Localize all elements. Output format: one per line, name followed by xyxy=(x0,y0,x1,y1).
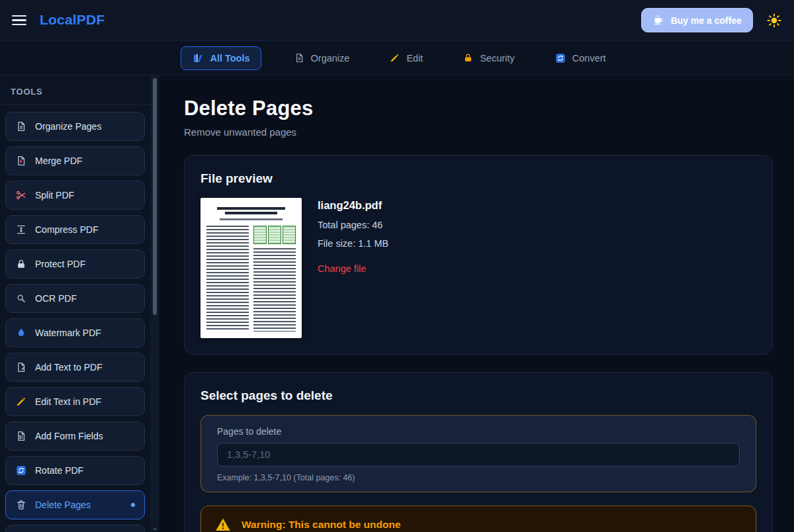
sidebar-item-label: Compress PDF xyxy=(35,224,135,235)
thumb-right-column xyxy=(253,226,296,332)
sidebar-item-add-form-fields[interactable]: Add Form Fields xyxy=(5,421,145,451)
sidebar-item-label: Edit Text in PDF xyxy=(35,396,135,407)
app-logo: LocalPDF xyxy=(40,12,105,28)
scrollbar-thumb[interactable] xyxy=(153,78,157,315)
page-title: Delete Pages xyxy=(184,97,773,120)
sidebar-items: Organize Pages Merge PDF xyxy=(0,105,150,532)
warning-icon xyxy=(214,516,232,532)
sidebar-item-add-text[interactable]: Add Text to PDF xyxy=(5,353,145,382)
books-icon xyxy=(192,52,204,64)
tab-all-tools[interactable]: All Tools xyxy=(181,46,261,70)
page-subtitle: Remove unwanted pages xyxy=(184,126,773,138)
file-preview-heading: File preview xyxy=(200,171,756,186)
document-icon xyxy=(294,52,305,64)
sidebar-item-delete-pages[interactable]: Delete Pages xyxy=(5,490,145,519)
thumb-title-line xyxy=(217,207,285,210)
rotate-icon xyxy=(15,465,27,476)
sidebar-item-edit-text[interactable]: Edit Text in PDF xyxy=(5,387,145,416)
sidebar-item-partial[interactable] xyxy=(5,525,145,532)
header: LocalPDF Buy me a coffee xyxy=(0,0,794,41)
pencil-icon xyxy=(15,396,27,408)
pages-helper-text: Example: 1,3,5-7,10 (Total pages: 46) xyxy=(217,473,740,482)
warning-row: Warning: This cannot be undone xyxy=(214,516,401,532)
pages-to-delete-input[interactable] xyxy=(217,443,740,466)
pages-field-label: Pages to delete xyxy=(217,426,740,437)
pencil-icon xyxy=(389,52,400,64)
tab-convert[interactable]: Convert xyxy=(547,46,613,70)
thumb-title-line xyxy=(225,212,277,214)
theme-toggle-button[interactable] xyxy=(766,13,782,28)
file-total-pages: Total pages: 46 xyxy=(318,220,388,230)
sidebar-item-label: Watermark PDF xyxy=(35,328,135,338)
file-size: File size: 1.1 MB xyxy=(318,238,388,249)
sidebar-item-label: OCR PDF xyxy=(35,293,135,304)
sidebar-item-label: Protect PDF xyxy=(35,259,135,269)
sidebar-item-label: Merge PDF xyxy=(35,155,135,166)
sidebar-item-label: Add Form Fields xyxy=(35,431,135,441)
thumb-figure xyxy=(253,226,296,244)
select-pages-heading: Select pages to delete xyxy=(200,388,756,403)
thumb-author-line xyxy=(220,218,283,220)
warning-text: Warning: This cannot be undone xyxy=(242,519,401,531)
sidebar-item-split-pdf[interactable]: Split PDF xyxy=(5,181,145,210)
sidebar-item-label: Split PDF xyxy=(35,190,135,200)
warning-banner: Warning: This cannot be undone xyxy=(200,506,756,532)
thumb-text-column xyxy=(206,226,249,332)
file-preview-card: File preview xyxy=(184,155,773,355)
tab-security[interactable]: Security xyxy=(455,46,521,69)
category-nav: All Tools Organize Edit xyxy=(0,41,794,75)
buy-coffee-button[interactable]: Buy me a coffee xyxy=(641,8,753,32)
app-window: LocalPDF Buy me a coffee xyxy=(0,0,794,532)
tab-label: Security xyxy=(480,53,514,64)
sidebar-item-rotate-pdf[interactable]: Rotate PDF xyxy=(5,456,145,485)
tab-organize[interactable]: Organize xyxy=(287,46,357,69)
coffee-cup-icon xyxy=(652,14,665,26)
sidebar-item-organize-pages[interactable]: Organize Pages xyxy=(5,112,145,141)
file-info: liang24b.pdf Total pages: 46 File size: … xyxy=(318,198,388,338)
sidebar-item-merge-pdf[interactable]: Merge PDF xyxy=(5,146,145,175)
scissors-icon xyxy=(15,189,27,201)
compress-icon xyxy=(15,224,27,236)
sidebar-scrollbar: ⌄ xyxy=(151,75,159,532)
main-content: Delete Pages Remove unwanted pages File … xyxy=(159,75,794,532)
body: TOOLS Organize Pages xyxy=(0,75,794,532)
tools-sidebar: TOOLS Organize Pages xyxy=(0,75,151,532)
sidebar-item-label: Add Text to PDF xyxy=(35,362,135,373)
menu-icon[interactable] xyxy=(11,10,28,31)
sidebar-title: TOOLS xyxy=(0,75,150,105)
add-text-icon xyxy=(15,361,27,373)
trash-icon xyxy=(15,499,27,511)
tab-label: Edit xyxy=(406,53,423,64)
select-pages-card: Select pages to delete Pages to delete E… xyxy=(184,372,773,532)
chevron-down-icon[interactable]: ⌄ xyxy=(151,524,159,531)
sidebar-item-label: Delete Pages xyxy=(35,500,123,510)
sidebar-item-watermark-pdf[interactable]: Watermark PDF xyxy=(5,318,145,347)
lock-icon xyxy=(15,258,27,270)
file-preview-row: liang24b.pdf Total pages: 46 File size: … xyxy=(200,198,756,338)
merge-icon xyxy=(15,155,27,167)
file-name: liang24b.pdf xyxy=(318,199,388,212)
sidebar-item-label: Rotate PDF xyxy=(35,465,135,476)
tab-label: Convert xyxy=(572,53,606,64)
header-left: LocalPDF xyxy=(11,10,105,31)
magnifier-icon xyxy=(15,292,27,304)
thumb-columns xyxy=(206,226,296,332)
pdf-thumbnail xyxy=(200,198,302,338)
thumb-text-column xyxy=(253,248,296,332)
form-fields-icon xyxy=(15,430,27,442)
sidebar-item-compress-pdf[interactable]: Compress PDF xyxy=(5,215,145,244)
droplet-icon xyxy=(15,327,27,339)
sidebar-item-protect-pdf[interactable]: Protect PDF xyxy=(5,249,145,279)
tab-edit[interactable]: Edit xyxy=(382,46,430,69)
lock-icon xyxy=(463,52,474,64)
sidebar-item-ocr-pdf[interactable]: OCR PDF xyxy=(5,284,145,313)
change-file-button[interactable]: Change file xyxy=(318,263,366,274)
document-icon xyxy=(15,120,27,132)
buy-coffee-label: Buy me a coffee xyxy=(671,15,742,26)
active-indicator-dot xyxy=(131,503,135,507)
tab-label: Organize xyxy=(311,53,350,64)
header-right: Buy me a coffee xyxy=(641,8,782,32)
tab-label: All Tools xyxy=(210,53,249,64)
sidebar-item-label: Organize Pages xyxy=(35,121,135,132)
sun-icon xyxy=(766,13,782,28)
